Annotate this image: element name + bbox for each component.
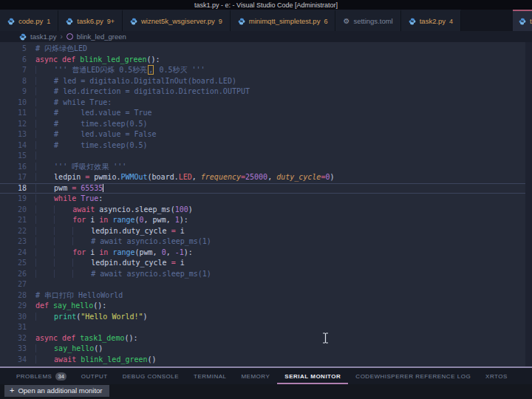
code-line[interactable]: 33 say_hello()	[0, 344, 532, 355]
code-token: True	[81, 194, 98, 202]
indent-guide	[35, 163, 54, 171]
open-additional-monitor-label: Open an additional monitor	[18, 386, 102, 395]
line-number: 20	[0, 205, 27, 216]
tab-task6.py[interactable]: task6.py9+	[58, 10, 123, 31]
code-token: # led.direction = digitalio.Direction.OU…	[54, 87, 250, 95]
code-line[interactable]: 17 ledpin = pwmio.PWMOut(board.LED, freq…	[0, 172, 532, 183]
code-line[interactable]: 22 ledpin.duty_cycle = i	[0, 226, 532, 237]
code-token: pwm	[54, 184, 72, 192]
code-line[interactable]: 27	[0, 279, 532, 290]
code-line[interactable]: 10 # while True:	[0, 98, 532, 109]
code-line[interactable]: 5# 闪烁绿色LED	[0, 44, 532, 55]
code-line[interactable]: 16 ''' 呼吸灯效果 '''	[0, 162, 532, 173]
code-line[interactable]: 13 # led.value = False	[0, 129, 532, 140]
breadcrumb-symbol[interactable]: blink_led_green	[77, 33, 126, 41]
code-line[interactable]: 24 for i in range(pwm, 0, -1):	[0, 248, 532, 259]
tab-label: task6.py	[77, 17, 103, 25]
tab-task1.py[interactable]: task1.py	[513, 10, 532, 31]
panel-tab-xrtos[interactable]: XRTOS	[478, 368, 515, 384]
editor-tab-bar: code.py1 task6.py9+ wiznet5k_wsgiserver.…	[0, 10, 532, 31]
code-token: i	[180, 259, 185, 267]
line-number: 28	[0, 290, 27, 301]
code-token: ledpin.duty_cycle	[91, 227, 171, 235]
code-line[interactable]: 9 # led.direction = digitalio.Direction.…	[0, 86, 532, 98]
indent-guide	[72, 227, 91, 235]
code-token: # while True:	[54, 98, 112, 106]
tab-dirty-count: 9+	[107, 18, 115, 25]
panel-tab-label: PROBLEMS	[16, 373, 52, 380]
breadcrumb-file[interactable]: task1.py	[30, 33, 56, 41]
line-number: 15	[0, 151, 27, 162]
code-line[interactable]: 31	[0, 322, 532, 333]
editor-scrollbar[interactable]	[525, 42, 532, 366]
code-line[interactable]: 6async def blink_led_green():	[0, 55, 532, 66]
panel-tab-codewhisperer-reference-log[interactable]: CODEWHISPERER REFERENCE LOG	[348, 368, 478, 384]
code-line[interactable]: 30 print("Hello World!")	[0, 312, 532, 323]
panel-tab-output[interactable]: OUTPUT	[74, 368, 115, 384]
panel-tab-debug-console[interactable]: DEBUG CONSOLE	[115, 368, 186, 384]
line-number: 13	[0, 129, 27, 140]
code-editor[interactable]: 5# 闪烁绿色LED6async def blink_led_green():7…	[0, 42, 532, 366]
text-cursor-pointer-icon	[322, 332, 329, 344]
bottom-panel: PROBLEMS34OUTPUTDEBUG CONSOLETERMINALMEM…	[0, 366, 532, 399]
code-line[interactable]: 14 # time.sleep(0.5)	[0, 140, 532, 151]
python-icon	[7, 18, 15, 25]
tab-minimqtt_simpletest.py[interactable]: minimqtt_simpletest.py6	[231, 10, 336, 31]
code-line[interactable]: 34 await blink_led_green()	[0, 355, 532, 366]
code-line[interactable]: 21 for i in range(0, pwm, 1):	[0, 215, 532, 226]
python-icon	[66, 18, 73, 25]
line-content: await blink_led_green()	[27, 355, 157, 366]
line-content: # time.sleep(0.5)	[27, 140, 148, 151]
breadcrumb[interactable]: task1.py › blink_led_green	[0, 31, 532, 42]
tab-wiznet5k_wsgiserver.py[interactable]: wiznet5k_wsgiserver.py9	[123, 10, 231, 31]
tab-settings.toml[interactable]: ⚙settings.toml	[335, 10, 400, 31]
line-content: ledpin.duty_cycle = i	[27, 226, 185, 237]
panel-tab-memory[interactable]: MEMORY	[233, 368, 277, 384]
code-line[interactable]: 23 # await asyncio.sleep_ms(1)	[0, 236, 532, 248]
code-token: blink_led_green	[80, 55, 146, 64]
panel-tab-serial-monitor[interactable]: SERIAL MONITOR	[277, 368, 348, 384]
code-line[interactable]: 8 # led = digitalio.DigitalInOut(board.L…	[0, 76, 532, 87]
line-content: # while True:	[27, 98, 112, 109]
line-number: 6	[0, 55, 27, 66]
panel-tab-problems[interactable]: PROBLEMS34	[9, 368, 74, 384]
panel-tab-label: OUTPUT	[81, 373, 108, 380]
code-line[interactable]: 28# 串口打印 HelloWorld	[0, 290, 532, 301]
title-bar: task1.py - e: - Visual Studio Code [Admi…	[0, 0, 532, 10]
panel-tab-label: CODEWHISPERER REFERENCE LOG	[355, 373, 471, 380]
line-number: 22	[0, 226, 27, 237]
line-content: # time.sleep(0.5)	[27, 119, 148, 130]
code-token: ,	[166, 248, 175, 256]
code-line[interactable]: 25 ledpin.duty_cycle = i	[0, 258, 532, 269]
tab-task2.py[interactable]: task2.py4	[401, 10, 461, 31]
code-line[interactable]: 12 # time.sleep(0.5)	[0, 119, 532, 130]
code-token: =	[72, 184, 81, 192]
tab-label: task2.py	[420, 17, 446, 25]
code-token: ():	[124, 334, 137, 342]
panel-tab-terminal[interactable]: TERMINAL	[186, 368, 233, 384]
panel-tab-label: TERMINAL	[194, 373, 226, 380]
line-number: 33	[0, 344, 27, 355]
code-line[interactable]: 32async def task1_demo():	[0, 333, 532, 344]
problems-count-badge: 34	[55, 372, 66, 381]
code-line[interactable]: 15	[0, 151, 532, 162]
code-line[interactable]: 7 ''' 普通LED闪烁 0.5秒亮, 0.5秒灭 '''	[0, 65, 532, 76]
code-line[interactable]: 29def say_hello():	[0, 301, 532, 312]
code-line[interactable]: 18 pwm = 65535	[0, 183, 532, 194]
line-content: for i in range(pwm, 0, -1):	[27, 248, 193, 259]
tab-code.py[interactable]: code.py1	[0, 10, 58, 31]
line-number: 25	[0, 258, 27, 269]
code-line[interactable]: 20 await asyncio.sleep_ms(100)	[0, 205, 532, 216]
line-content: ledpin = pwmio.PWMOut(board.LED, frequen…	[27, 172, 335, 183]
line-content: # await asyncio.sleep_ms(1)	[27, 269, 211, 280]
code-line[interactable]: 11 # led.value = True	[0, 108, 532, 119]
panel-tab-label: MEMORY	[241, 373, 270, 380]
code-line[interactable]: 26 # await asyncio.sleep_ms(1)	[0, 269, 532, 280]
indent-guide	[35, 227, 54, 235]
code-token: pwmio.	[94, 173, 120, 181]
open-additional-monitor-button[interactable]: + Open an additional monitor	[4, 385, 109, 397]
indent-guide	[54, 205, 72, 214]
indent-guide	[35, 270, 54, 278]
code-token: in	[99, 248, 112, 256]
code-line[interactable]: 19 while True:	[0, 194, 532, 205]
